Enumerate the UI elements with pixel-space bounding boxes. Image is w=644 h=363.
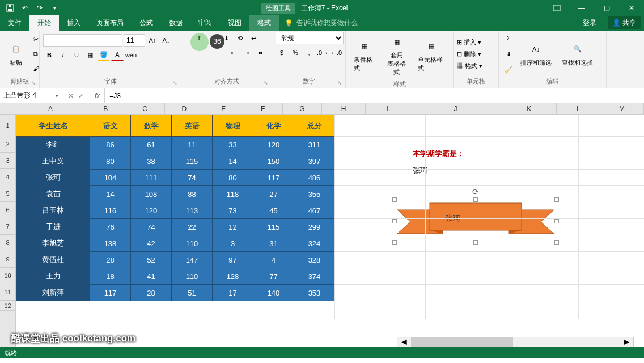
col-header[interactable]: J	[409, 103, 502, 114]
row-header[interactable]: 6	[0, 202, 15, 218]
share-button[interactable]: 👤 共享	[608, 16, 641, 29]
data-cell[interactable]: 117	[90, 285, 131, 301]
data-cell[interactable]: 117	[253, 170, 294, 186]
data-cell[interactable]: 353	[294, 285, 335, 301]
data-cell[interactable]: 77	[253, 268, 294, 285]
data-cell[interactable]: 38	[131, 153, 172, 170]
data-cell[interactable]: 11	[172, 137, 213, 153]
maximize-icon[interactable]: ▢	[594, 0, 619, 16]
tab-view[interactable]: 视图	[220, 15, 249, 31]
data-cell[interactable]: 138	[90, 235, 131, 252]
percent-icon[interactable]: %	[289, 47, 302, 59]
col-header[interactable]: C	[125, 103, 164, 114]
data-cell[interactable]: 86	[90, 137, 131, 153]
data-cell[interactable]: 李旭芝	[16, 235, 90, 252]
autosum-icon[interactable]: Σ	[502, 32, 515, 44]
data-cell[interactable]: 3	[213, 235, 253, 252]
data-cell[interactable]: 73	[213, 202, 253, 219]
data-cell[interactable]: 李红	[16, 137, 90, 153]
row-header[interactable]: 3	[0, 153, 15, 169]
data-cell[interactable]: 140	[253, 285, 294, 301]
resize-handle[interactable]	[554, 197, 559, 202]
data-cell[interactable]: 115	[172, 153, 213, 170]
ribbon-options-icon[interactable]	[544, 0, 569, 16]
data-cell[interactable]: 374	[294, 268, 335, 285]
data-cell[interactable]: 467	[294, 202, 335, 219]
login-link[interactable]: 登录	[575, 15, 604, 31]
clear-icon[interactable]: 🧹	[502, 64, 515, 76]
resize-handle[interactable]	[473, 197, 478, 202]
wrap-text-icon[interactable]: ↩	[248, 32, 260, 44]
col-header[interactable]: F	[243, 103, 282, 114]
minimize-icon[interactable]: ―	[569, 0, 594, 16]
font-color-icon[interactable]: A	[111, 49, 124, 61]
data-cell[interactable]: 22	[172, 219, 213, 235]
row-header[interactable]: 10	[0, 268, 15, 284]
font-name-input[interactable]	[43, 34, 122, 47]
select-all-corner[interactable]	[0, 103, 15, 114]
indent-dec-icon[interactable]: ⇤	[227, 47, 240, 59]
data-cell[interactable]: 42	[131, 235, 172, 252]
rotate-handle-icon[interactable]: ⟳	[472, 187, 479, 196]
tab-data[interactable]: 数据	[161, 15, 190, 31]
merge-icon[interactable]: ⬌	[255, 47, 267, 59]
save-icon[interactable]	[6, 3, 15, 12]
increase-font-icon[interactable]: A↑	[146, 34, 159, 47]
row-header[interactable]: 1	[0, 115, 15, 136]
data-cell[interactable]: 108	[131, 186, 172, 202]
data-cell[interactable]: 27	[253, 186, 294, 202]
data-cell[interactable]: 104	[90, 170, 131, 186]
fill-icon[interactable]: ⬇	[502, 48, 515, 60]
worksheet-grid[interactable]: ABCDEFGHIJKLM 123456789101112 学生姓名语文数学英语…	[0, 103, 644, 347]
data-cell[interactable]: 14	[213, 153, 253, 170]
conditional-format-button[interactable]: ▦条件格式	[349, 36, 380, 75]
format-cells-button[interactable]: ▦ 格式 ▾	[457, 62, 482, 70]
data-cell[interactable]: 116	[90, 202, 131, 219]
data-cell[interactable]: 51	[172, 285, 213, 301]
resize-handle[interactable]	[473, 240, 478, 245]
insert-cells-button[interactable]: ⊞ 插入 ▾	[457, 38, 482, 47]
data-cell[interactable]: 147	[172, 252, 213, 268]
data-cell[interactable]: 18	[90, 268, 131, 285]
row-header[interactable]: 11	[0, 284, 15, 301]
data-cell[interactable]: 486	[294, 170, 335, 186]
row-header[interactable]: 8	[0, 235, 15, 251]
data-cell[interactable]: 299	[294, 219, 335, 235]
orientation-icon[interactable]: ⟲	[234, 32, 247, 44]
name-box[interactable]: 上凸带形 4▾	[0, 88, 62, 103]
qat-more-icon[interactable]: ▾	[50, 3, 59, 12]
data-cell[interactable]: 97	[213, 252, 253, 268]
data-cell[interactable]: 于进	[16, 219, 90, 235]
number-format-select[interactable]: 常规	[276, 32, 344, 44]
data-cell[interactable]: 115	[253, 219, 294, 235]
data-cell[interactable]: 74	[131, 219, 172, 235]
tell-me[interactable]: 💡告诉我你想要做什么	[279, 15, 363, 31]
data-cell[interactable]: 397	[294, 153, 335, 170]
resize-handle[interactable]	[554, 240, 559, 245]
data-cell[interactable]: 355	[294, 186, 335, 202]
data-cell[interactable]: 120	[131, 202, 172, 219]
tab-insert[interactable]: 插入	[59, 15, 88, 31]
fill-color-icon[interactable]: 🪣	[98, 49, 110, 61]
col-header[interactable]: H	[322, 103, 366, 114]
data-cell[interactable]: 74	[172, 170, 213, 186]
data-cell[interactable]: 118	[213, 186, 253, 202]
tab-format[interactable]: 格式	[249, 15, 279, 31]
paste-button[interactable]: 📋 粘贴	[3, 39, 28, 69]
border-icon[interactable]: ▦	[84, 49, 96, 61]
currency-icon[interactable]: $	[276, 47, 288, 59]
tab-formulas[interactable]: 公式	[132, 15, 161, 31]
font-size-input[interactable]	[124, 34, 145, 47]
comma-icon[interactable]: ,	[303, 47, 315, 59]
decrease-font-icon[interactable]: A↓	[160, 34, 172, 47]
table-format-button[interactable]: ▦套用 表格格式	[381, 32, 412, 79]
data-cell[interactable]: 80	[90, 153, 131, 170]
data-cell[interactable]: 88	[172, 186, 213, 202]
accept-formula-icon[interactable]: ✓	[78, 92, 84, 100]
dec-decimal-icon[interactable]: ←.0	[330, 47, 342, 59]
ribbon-shape[interactable]: ⟳ 张珂	[395, 200, 557, 243]
col-header[interactable]: E	[204, 103, 243, 114]
row-header[interactable]: 9	[0, 251, 15, 268]
cancel-formula-icon[interactable]: ✕	[68, 92, 74, 100]
tab-layout[interactable]: 页面布局	[88, 15, 132, 31]
